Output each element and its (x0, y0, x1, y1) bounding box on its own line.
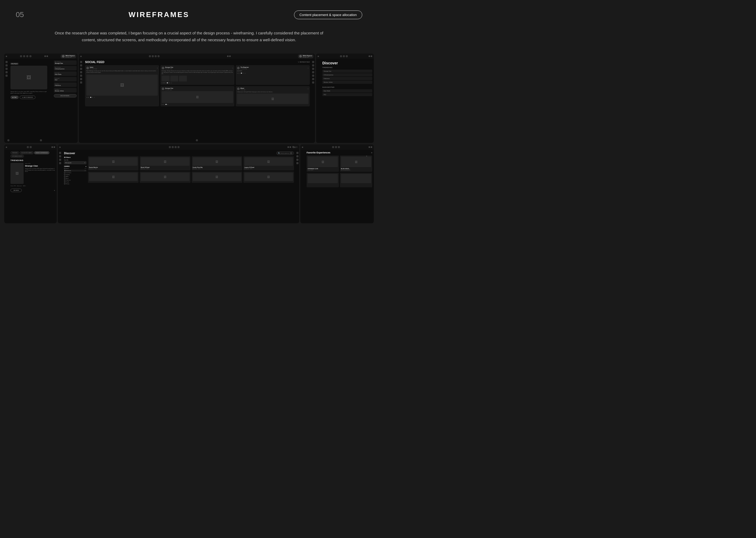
game-card-legacy: 🖼 Legacy Of Dead Adventure · RPG (243, 156, 294, 171)
social-clan: Strange Clan (303, 56, 312, 58)
cat-newest[interactable]: NEWEST EXPERIENCES (34, 151, 50, 154)
wf-topbar-t (4, 144, 57, 150)
wf-username: White Pegasus (65, 55, 75, 56)
wireframe-discover-partial: Discover TRENDING Strange Clan Chihuahua… (316, 54, 374, 143)
page-number: 05 (16, 11, 24, 19)
feed-post-1: Sailor 30 minutes ago 1 New Challenge: d… (85, 65, 159, 106)
game-list-item: Promoted FEZ (54, 77, 77, 81)
trending-item: Strange Clan (322, 70, 372, 73)
sort-by-label: Sort By (64, 159, 86, 161)
discover-title-partial: Discover (322, 61, 372, 65)
wireframe-social-feed: White Pegasus Strange Clan (79, 54, 315, 143)
post-thumb (162, 76, 169, 81)
game-card-candy: 🖼 Candy Prize Big Adventure · RPG (192, 156, 242, 171)
sort-select[interactable]: Most popular ▾ (64, 161, 86, 164)
description-text: Once the research phase was completed, I… (0, 25, 378, 54)
filters-label: Filters (66, 157, 71, 158)
post-image-placeholder-2: 🖼 (162, 91, 233, 103)
add-to-favorite-button[interactable]: ★ ADD TO FAVORITE (20, 96, 35, 99)
game-list-item: Most Played Strange Clan (54, 60, 77, 65)
game-card-empty4: 🖼 (243, 172, 294, 183)
social-username: White Pegasus (303, 55, 312, 56)
cat-trending[interactable]: TRENDING (11, 151, 19, 154)
post-image-placeholder: 🖼 (86, 75, 158, 96)
wireframe-discover-filter: White Pegasus Discover 🔍 (58, 144, 299, 223)
genres-label: GENRES ▴ (64, 166, 86, 167)
header-section: 05 WIREFRAMES Content placement & space … (0, 0, 378, 25)
game-thumb: 🖼 (11, 163, 24, 184)
wf-clan: Strange Clan (65, 56, 75, 58)
game-card-empty1: 🖼 (88, 172, 139, 183)
trending-item: Chihuahuaverse (322, 73, 372, 77)
discover-more-button[interactable]: DISCOVER MORE › (54, 94, 77, 97)
game-list-item: Promoted Elpis Battle (54, 72, 77, 76)
trending-section-label: TRENDING (11, 159, 55, 162)
feed-post-miami: Miami 1 hour ago 1 I always try to tell … (236, 86, 310, 106)
game-card-empty3: 🖼 (192, 172, 242, 183)
feed-post-4: Strange Clan 4 minutes ago 🖼 ♥ 274 💬 48 (161, 86, 234, 106)
fav-card-empty1 (307, 173, 339, 187)
content-badge: Content placement & space allocation (294, 11, 362, 19)
suggested-item: Elpis Battle (322, 89, 372, 92)
wf-topbar: White Pegasus Strange Clan (4, 54, 78, 59)
search-placeholder-filter[interactable]: Search experience (281, 153, 289, 154)
refresh-feed-button[interactable]: ↻ REFRESH FEED (298, 61, 310, 63)
wireframe-favorites: Favorite Experiences ⊞ ★ 🖼 STRANGE CLAN … (300, 144, 374, 223)
game-card-book: 🖼 Book Of Dead Adventure · RPG (140, 156, 190, 171)
wf-topbar-fav (300, 144, 374, 150)
discover-title-filter: Discover (64, 152, 75, 155)
feed-post-3: The Magician 4 minutes ago 1 wow haha! ♥… (236, 65, 310, 85)
see-more-button[interactable]: SEE MORE (11, 188, 22, 192)
post-thumb (179, 76, 187, 81)
page-title: WIREFRAMES (129, 11, 189, 19)
trending-item: Monsta: Infinite (322, 81, 372, 84)
play-button[interactable]: ▶ PLAY (11, 96, 19, 99)
post-thumb (170, 76, 178, 81)
search-icon-filter: 🔍 (278, 152, 280, 154)
cat-upcoming[interactable]: UPCOMING EVENTS (11, 155, 24, 158)
game-card-empty2: 🖼 (140, 172, 190, 183)
game-list-item: Most Recent Chihuahuaverse (54, 66, 77, 71)
wireframe-game-detail: White Pegasus Strange Clan Most Pla (4, 54, 78, 143)
wireframe-trending-partial: TRENDING SUGGESTED GAMES NEWEST EXPERIEN… (4, 144, 57, 223)
most-played-badge: Most Played (11, 63, 19, 65)
game-image-placeholder: 🖼 (11, 66, 47, 89)
fav-card-blok: 🖼 BLOK HOUS... Art & Entertainment (340, 155, 372, 172)
game-description: Strange Clan™ is an online, action RPG, … (11, 91, 47, 94)
fav-card-empty2 (340, 173, 372, 187)
game-list-item: Trending Flakiverse (54, 82, 77, 87)
trending-item: Flakiverse (322, 77, 372, 80)
favorites-title: Favorite Experiences (307, 151, 330, 154)
wf-topbar-social: White Pegasus Strange Clan (79, 54, 315, 59)
game-list-item: Trending Monsta: Infinite (54, 88, 77, 92)
suggested-item: FEZ (322, 93, 372, 96)
suggested-label: SUGGESTED (322, 86, 372, 88)
wf-topbar-discover (316, 54, 374, 59)
miami-post-image: 🖼 (237, 93, 308, 104)
feed-post-2: Strange Clan 4 October 2022 1 Greetings,… (161, 65, 234, 85)
social-feed-title: SOCIAL FEED (85, 60, 105, 64)
cat-suggested[interactable]: SUGGESTED GAMES (20, 151, 34, 154)
game-card-panda: 🖼 Panda Warrior Adventure · RPG (88, 156, 139, 171)
fav-card-strange: 🖼 STRANGE CLAN Online RPG (307, 155, 339, 172)
wf-topbar-df: White Pegasus (58, 144, 299, 150)
trending-label: TRENDING (322, 67, 372, 68)
